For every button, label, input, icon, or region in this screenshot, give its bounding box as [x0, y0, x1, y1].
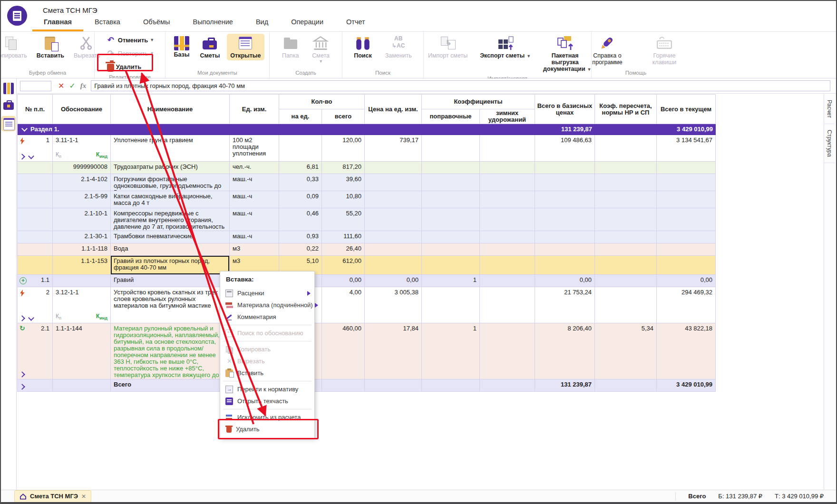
cell-name[interactable]: Гравий из плотных горных пород, фракция … [111, 256, 230, 275]
cell-price[interactable] [365, 191, 422, 208]
import-estimate-button[interactable]: Импорт сметы [425, 34, 471, 60]
cell-current[interactable]: 3 429 010,99 [657, 124, 716, 135]
cell-qty_total[interactable]: 111,60 [322, 231, 365, 243]
cell-unit[interactable]: маш.-ч [230, 191, 279, 208]
cell-qty_unit[interactable]: 0,09 [279, 191, 322, 208]
header-name[interactable]: Наименование [111, 95, 230, 124]
header-justification[interactable]: Обоснование [53, 95, 111, 124]
cell-num[interactable] [18, 162, 53, 174]
cell-num[interactable] [18, 379, 53, 392]
cell-price[interactable]: 739,17 [365, 135, 422, 162]
expand-toggle[interactable] [20, 385, 24, 389]
replace-button[interactable]: AB↳AC Заменить [382, 34, 415, 60]
menu-item-cut[interactable]: Вырезать [220, 355, 314, 367]
cell-num[interactable] [18, 208, 53, 231]
cell-current[interactable] [657, 231, 716, 243]
cell-coef_winter[interactable] [480, 256, 535, 275]
cell-current[interactable]: 0,00 [657, 275, 716, 287]
cell-basis[interactable]: 8 206,40 [535, 323, 595, 379]
cell-recalc[interactable] [595, 208, 657, 231]
menu-item-comment[interactable]: Комментария [220, 311, 314, 323]
redo-button[interactable]: ↷ Повторить▼ [102, 47, 158, 59]
about-button[interactable]: Справка о программе [582, 34, 633, 67]
cell-price[interactable]: 0,00 [365, 275, 422, 287]
cell-justification[interactable]: 1.1-1-144 [53, 323, 111, 379]
search-button[interactable]: Поиск [350, 34, 375, 60]
cell-name[interactable]: Всего [111, 379, 230, 392]
cell-recalc[interactable] [595, 174, 657, 191]
cell-basis[interactable] [535, 162, 595, 174]
side-tab-structure[interactable]: Структура [824, 124, 835, 163]
cell-recalc[interactable] [595, 243, 657, 256]
cell-recalc[interactable] [595, 379, 657, 392]
cell-justification[interactable] [53, 275, 111, 287]
ribbon-tab[interactable]: Главная [32, 15, 83, 31]
menu-item-exclude[interactable]: Исключить из расчета [220, 411, 314, 423]
cell-basis[interactable]: 109 486,63 [535, 135, 595, 162]
close-tab-icon[interactable]: ✕ [81, 493, 86, 500]
cell-name[interactable]: Материал рулонный кровельный и гидроизол… [111, 323, 230, 379]
export-estimate-button[interactable]: Экспорт сметы▼ [477, 34, 534, 61]
cell-justification[interactable]: 1.1-1-153 [53, 256, 111, 275]
strip-bases-button[interactable] [2, 81, 15, 96]
hotkeys-button[interactable]: Горячие клавиши [639, 34, 690, 67]
cell-name[interactable]: Трудозатраты рабочих (ЭСН) [111, 162, 230, 174]
cell-basis[interactable] [535, 256, 595, 275]
cell-coef_popr[interactable] [422, 256, 480, 275]
cell-current[interactable] [657, 191, 716, 208]
create-folder-button[interactable]: Папка [279, 34, 302, 60]
cell-qty_total[interactable] [322, 379, 365, 392]
menu-item-copy[interactable]: Копировать [220, 343, 314, 355]
cell-unit[interactable]: маш.-ч [230, 208, 279, 231]
cell-coef_popr[interactable] [422, 231, 480, 243]
cell-price[interactable] [365, 379, 422, 392]
cell-qty_unit[interactable]: 6,81 [279, 162, 322, 174]
cell-qty_unit[interactable] [279, 135, 322, 162]
cell-num[interactable]: 2 [18, 287, 53, 323]
cell-price[interactable] [365, 256, 422, 275]
cell-qty_total[interactable]: 612,00 [322, 256, 365, 275]
cell-coef_winter[interactable] [480, 287, 535, 323]
cell-coef_popr[interactable] [422, 162, 480, 174]
cell-justification[interactable]: 3.12-1-1КпКинд [53, 287, 111, 323]
formula-input[interactable] [91, 80, 830, 91]
cancel-icon[interactable]: ✕ [58, 81, 64, 90]
cell-coef_popr[interactable] [422, 174, 480, 191]
cell-recalc[interactable] [595, 191, 657, 208]
expand-toggle[interactable] [20, 372, 24, 377]
cell-name[interactable]: Вода [111, 243, 230, 256]
estimates-button[interactable]: Сметы [196, 34, 223, 60]
cell-num[interactable] [18, 243, 53, 256]
cell-justification[interactable]: 2.1-5-99 [53, 191, 111, 208]
cell-recalc[interactable] [595, 135, 657, 162]
undo-button[interactable]: ↶ Отменить▼ [102, 34, 158, 46]
cell-coef_winter[interactable] [480, 208, 535, 231]
expand-toggle[interactable] [20, 316, 33, 320]
delete-button[interactable]: Удалить [102, 60, 158, 73]
document-tab[interactable]: Смета ТСН МГЭ ✕ [14, 490, 91, 503]
cell-coef_popr[interactable] [422, 135, 480, 162]
section-title[interactable]: Раздел 1. [18, 124, 535, 135]
cell-basis[interactable] [535, 243, 595, 256]
cell-basis[interactable]: 21 753,24 [535, 287, 595, 323]
copy-button[interactable]: Копировать [0, 34, 30, 60]
cell-coef_popr[interactable] [422, 287, 480, 323]
cell-current[interactable] [657, 256, 716, 275]
cell-qty_total[interactable]: 26,40 [322, 243, 365, 256]
header-quantity[interactable]: Кол-во [279, 95, 365, 109]
cell-name[interactable]: Погрузчики фронтальные одноковшовые, гру… [111, 174, 230, 191]
header-coefficients[interactable]: Коэффициенты [422, 95, 535, 109]
menu-item-tech-part[interactable]: Открыть техчасть [220, 395, 314, 407]
menu-item-goto-norm[interactable]: Перейти к нормативу [220, 383, 314, 395]
cell-reference-input[interactable] [20, 81, 51, 91]
cell-name[interactable]: Катки самоходные вибрационные, масса до … [111, 191, 230, 208]
cell-qty_total[interactable]: 55,20 [322, 208, 365, 231]
cell-unit[interactable]: м3 [230, 243, 279, 256]
cell-coef_winter[interactable] [480, 135, 535, 162]
cell-recalc[interactable] [595, 231, 657, 243]
cell-justification[interactable]: 1.1-1-118 [53, 243, 111, 256]
menu-item-trash[interactable]: Удалить [220, 423, 314, 435]
cell-basis[interactable]: 131 239,87 [535, 124, 595, 135]
cell-num[interactable] [18, 191, 53, 208]
header-basis-total[interactable]: Всего в базисных ценах [535, 95, 595, 124]
